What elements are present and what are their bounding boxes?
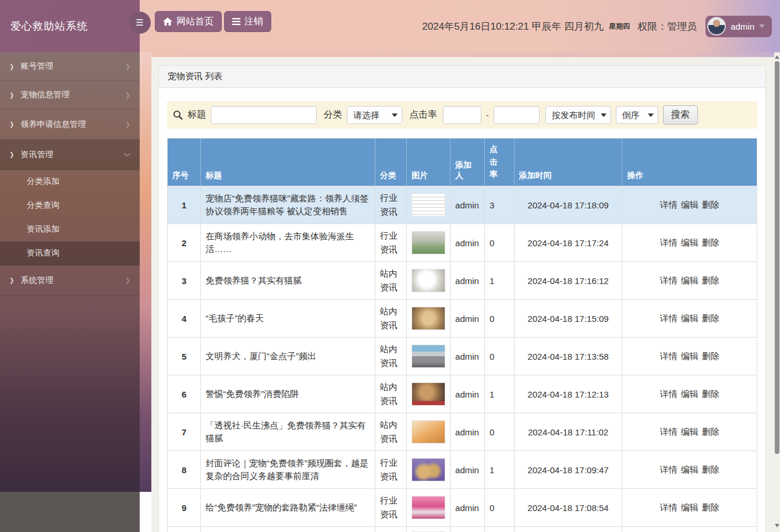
- sidebar-item-category-add[interactable]: 分类添加: [0, 170, 140, 194]
- added-by: admin: [451, 262, 485, 300]
- click-count: 0: [485, 489, 514, 527]
- click-count: 0: [485, 224, 514, 262]
- sidebar-item-adoption-request-management[interactable]: ❯ 领养申请信息管理 ❯: [0, 109, 140, 140]
- click-count: 1: [485, 262, 514, 300]
- row-actions: 详情编辑删除: [622, 489, 757, 527]
- news-image-cell: [407, 413, 451, 451]
- action-edit-link[interactable]: 编辑: [681, 351, 699, 361]
- scrollbar[interactable]: [774, 52, 780, 532]
- action-detail-link[interactable]: 详情: [660, 237, 678, 247]
- app-title: 爱心救助站系统: [10, 19, 88, 33]
- row-number: 1: [168, 186, 201, 224]
- app-brand: 爱心救助站系统: [0, 0, 140, 52]
- row-actions: 详情编辑删除: [622, 186, 757, 224]
- sidebar-item-news-query[interactable]: 资讯查询: [0, 242, 140, 265]
- row-actions: 详情编辑删除: [622, 451, 757, 489]
- clicks-max-input[interactable]: [494, 106, 540, 124]
- click-count: 1: [485, 375, 514, 413]
- action-edit-link[interactable]: 编辑: [681, 464, 699, 474]
- street-crowd-thumbnail: [412, 345, 445, 368]
- chevron-right-icon: ❯: [125, 63, 130, 70]
- action-edit-link[interactable]: 编辑: [681, 237, 699, 247]
- col-header-category: 分类: [375, 139, 406, 186]
- table-row: 7 「透视社·民生沸点」免费领养猫？其实有猫腻 站内资讯 admin 0 202…: [168, 413, 757, 451]
- action-detail-link[interactable]: 详情: [660, 351, 678, 361]
- clicks-min-input[interactable]: [443, 106, 481, 124]
- action-detail-link[interactable]: 详情: [660, 200, 678, 210]
- sidebar-item-news-add[interactable]: 资讯添加: [0, 218, 140, 242]
- scroll-down-icon[interactable]: [775, 524, 779, 527]
- orange-kitten-thumbnail: [412, 420, 445, 444]
- category-select[interactable]: 请选择: [347, 106, 402, 124]
- pink-stage-event-thumbnail: [412, 496, 445, 519]
- action-detail-link[interactable]: 详情: [660, 275, 678, 285]
- col-header-image: 图片: [407, 139, 451, 186]
- action-detail-link[interactable]: 详情: [660, 427, 678, 437]
- table-row: 8 封面评论｜宠物“免费领养”频现圈套，越是复杂的合同义务越要事前厘清 行业资讯…: [168, 451, 757, 489]
- dogs-purple-event-thumbnail: [412, 458, 445, 481]
- search-toolbar: 标题 分类 请选择 点击率 - 按发布时间 倒序 搜索: [167, 101, 757, 129]
- row-number: 3: [168, 262, 201, 300]
- action-detail-link[interactable]: 详情: [660, 464, 678, 474]
- action-edit-link[interactable]: 编辑: [681, 389, 699, 399]
- table-row: 2 在商场领养小动物，去市集体验海派生活…… 行业资讯 admin 0 2024…: [168, 224, 757, 262]
- action-edit-link[interactable]: 编辑: [681, 502, 699, 512]
- action-delete-link[interactable]: 删除: [702, 313, 719, 323]
- sidebar-item-category-query[interactable]: 分类查询: [0, 194, 140, 218]
- sidebar: ❯ 账号管理 ❯ ❯ 宠物信息管理 ❯ ❯ 领养申请信息管理 ❯ ❯ 资讯管理 …: [0, 52, 140, 492]
- col-header-actions: 操作: [622, 139, 757, 186]
- action-delete-link[interactable]: 删除: [702, 502, 719, 512]
- action-edit-link[interactable]: 编辑: [681, 427, 699, 437]
- username-text: admin: [731, 22, 754, 31]
- action-edit-link[interactable]: 编辑: [681, 275, 699, 285]
- home-button[interactable]: 网站首页: [155, 11, 222, 32]
- news-title: 在商场领养小动物，去市集体验海派生活……: [201, 224, 375, 262]
- action-delete-link[interactable]: 删除: [702, 351, 719, 361]
- news-table: 序号 标题 分类 图片 添加人 点击率 添加时间 操作 1 宠物店“免费领养猫咪…: [167, 138, 757, 532]
- table-row: 10 “免费领养”宠物的套路也太多了 光明网 2024-04-05 09:13 …: [168, 527, 757, 532]
- sidebar-item-account-management[interactable]: ❯ 账号管理 ❯: [0, 52, 140, 81]
- added-time: 2024-04-18 17:12:13: [514, 375, 622, 413]
- news-category: 站内资讯: [375, 300, 406, 338]
- user-menu[interactable]: admin: [705, 16, 772, 37]
- action-edit-link[interactable]: 编辑: [681, 313, 699, 323]
- news-image-cell: [407, 527, 451, 532]
- col-header-added-time: 添加时间: [514, 139, 622, 186]
- white-cat-thumbnail: [412, 269, 445, 292]
- table-row: 4 “毛孩子”的春天 站内资讯 admin 0 2024-04-18 17:15…: [168, 300, 757, 338]
- row-number: 9: [168, 489, 201, 527]
- sidebar-item-system-management[interactable]: ❯ 系统管理 ❯: [0, 265, 140, 296]
- row-number: 6: [168, 375, 201, 413]
- action-delete-link[interactable]: 删除: [702, 464, 719, 474]
- scrollbar-thumb[interactable]: [775, 61, 779, 454]
- action-detail-link[interactable]: 详情: [660, 313, 678, 323]
- logout-button[interactable]: 注销: [224, 11, 271, 32]
- news-title: “毛孩子”的春天: [201, 300, 375, 338]
- news-category: 行业资讯: [375, 186, 406, 224]
- added-time: 2024-04-18 17:18:09: [514, 186, 622, 224]
- search-button[interactable]: 搜索: [663, 105, 698, 125]
- chevron-right-icon: ❯: [125, 120, 130, 128]
- action-edit-link[interactable]: 编辑: [681, 200, 699, 210]
- sort-order-select[interactable]: 倒序: [616, 106, 658, 124]
- sidebar-item-pet-info-management[interactable]: ❯ 宠物信息管理 ❯: [0, 81, 140, 109]
- action-delete-link[interactable]: 删除: [702, 237, 719, 247]
- sidebar-item-news-management[interactable]: ❯ 资讯管理 ❯: [0, 140, 140, 170]
- clicks-label: 点击率: [409, 109, 437, 121]
- news-category: 站内资讯: [375, 262, 406, 300]
- sidebar-toggle-button[interactable]: ☰: [129, 12, 151, 34]
- header-bar: 爱心救助站系统 ☰ 网站首页 注销 2024年5月16日10:12:21 甲辰年…: [0, 0, 780, 52]
- action-delete-link[interactable]: 删除: [702, 275, 719, 285]
- title-input[interactable]: [211, 106, 317, 124]
- col-header-added-by: 添加人: [451, 139, 485, 186]
- row-actions: 详情编辑删除: [622, 262, 757, 300]
- action-delete-link[interactable]: 删除: [702, 427, 719, 437]
- row-number: 7: [168, 413, 201, 451]
- action-detail-link[interactable]: 详情: [660, 502, 678, 512]
- sort-field-select[interactable]: 按发布时间: [545, 106, 611, 124]
- action-detail-link[interactable]: 详情: [660, 389, 678, 399]
- scroll-up-icon[interactable]: [775, 55, 779, 59]
- action-delete-link[interactable]: 删除: [702, 200, 719, 210]
- news-article-text-thumbnail: [412, 193, 445, 217]
- action-delete-link[interactable]: 删除: [702, 389, 719, 399]
